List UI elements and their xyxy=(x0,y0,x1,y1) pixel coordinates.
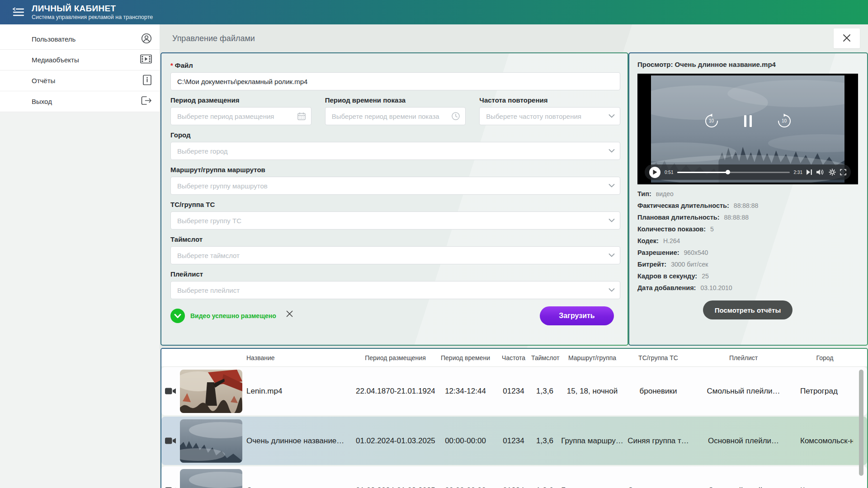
route-select[interactable] xyxy=(170,177,620,195)
table-row[interactable]: Очень длинное название… 01.02.2024-01.03… xyxy=(161,466,867,488)
timeslot-label: Таймслот xyxy=(170,235,620,243)
city-block: Город xyxy=(170,131,620,160)
clock-icon[interactable] xyxy=(451,112,460,121)
skip-back-10-button[interactable]: 10 xyxy=(704,113,719,129)
close-button[interactable] xyxy=(834,28,860,48)
sidebar-item-exit[interactable]: Выход xyxy=(0,91,160,112)
col-time: Период времени xyxy=(435,354,496,361)
meta-label: Разрешение: xyxy=(637,249,679,256)
thumbnail-forest xyxy=(179,419,243,463)
view-reports-button[interactable]: Посмотреть отчёты xyxy=(703,300,793,319)
seek-handle[interactable] xyxy=(726,170,730,174)
placement-period-input[interactable] xyxy=(170,107,311,125)
sidebar-item-reports[interactable]: Отчёты xyxy=(0,70,160,91)
sidebar-item-user[interactable]: Пользователь xyxy=(0,29,160,50)
seek-bar-fill xyxy=(677,172,728,173)
show-time-block: Период времени показа xyxy=(325,96,466,125)
meta-label: Кодек: xyxy=(637,237,659,244)
cell-time: 12:34-12:44 xyxy=(435,387,496,396)
skip-forward-10-label: 10 xyxy=(777,118,792,123)
meta-value: видео xyxy=(656,190,674,197)
chevron-down-icon xyxy=(609,184,615,188)
cell-vehicle: Синяя группа т… xyxy=(626,436,690,446)
file-label: *Файл xyxy=(170,61,620,69)
vehicle-label: ТС/группа ТС xyxy=(170,201,620,208)
col-route: Маршрут/группа xyxy=(558,354,626,361)
sidebar-item-media[interactable]: Медиаобъекты xyxy=(0,50,160,70)
next-track-icon[interactable] xyxy=(807,169,812,175)
col-timeslot: Таймслот xyxy=(531,354,558,361)
success-check-icon xyxy=(170,309,185,323)
sidebar-item-exit-label: Выход xyxy=(32,98,52,105)
meta-label: Битрейт: xyxy=(637,261,666,268)
app-subtitle: Система управления рекламой на транспорт… xyxy=(32,14,153,21)
menu-fold-icon[interactable] xyxy=(12,7,24,18)
report-file-icon xyxy=(142,75,152,87)
media-table-panel: Название Период размещения Период времен… xyxy=(160,348,868,488)
table-row[interactable]: Lenin.mp4 22.04.1870-21.01.1924 12:34-12… xyxy=(161,367,867,415)
sidebar-item-media-label: Медиаобъекты xyxy=(32,56,79,64)
frequency-label: Частота повторения xyxy=(479,96,620,104)
sidebar-item-user-label: Пользователь xyxy=(32,35,75,43)
cell-route: Группа маршру… xyxy=(558,486,626,488)
cell-playlist: Смольный плейли… xyxy=(690,387,797,396)
placement-period-label: Период размещения xyxy=(170,96,311,104)
player-control-bar: 0:51 2:31 xyxy=(645,164,851,180)
main-content: Управление файлами *Файл xyxy=(160,24,868,488)
route-block: Маршрут/группа маршрутов xyxy=(170,166,620,195)
chevron-down-icon xyxy=(609,288,615,292)
skip-back-10-label: 10 xyxy=(704,118,719,123)
col-playlist: Плейлист xyxy=(690,354,797,361)
volume-icon[interactable] xyxy=(816,169,825,175)
skip-forward-10-button[interactable]: 10 xyxy=(777,113,792,129)
meta-value: 3000 бит/сек xyxy=(671,261,708,268)
frequency-block: Частота повторения xyxy=(479,96,620,125)
duration: 2:31 xyxy=(794,170,802,175)
pause-button[interactable] xyxy=(744,115,752,127)
table-row-selected[interactable]: Очень длинное название… 01.02.2024-01.03… xyxy=(161,417,867,465)
cell-placement: 22.04.1870-21.01.1924 xyxy=(356,387,435,396)
timeslot-select[interactable] xyxy=(170,246,620,264)
cell-timeslot: 1,3,6 xyxy=(531,436,558,446)
success-message: Видео успешно размещено xyxy=(190,312,276,319)
upload-button[interactable]: Загрузить xyxy=(540,306,614,325)
required-asterisk: * xyxy=(170,61,173,69)
app-window: ЛИЧНЫЙ КАБИНЕТ Система управления реклам… xyxy=(0,0,868,488)
col-city: Город xyxy=(797,354,853,361)
seek-bar[interactable] xyxy=(677,172,789,173)
chevron-down-icon xyxy=(609,219,615,223)
cell-route: Группа маршру… xyxy=(558,436,626,446)
settings-gear-icon[interactable] xyxy=(829,169,836,176)
city-select[interactable] xyxy=(170,142,620,160)
cell-playlist: Основной плейли… xyxy=(690,436,797,446)
meta-value: 25 xyxy=(702,272,709,280)
toast-close-icon[interactable] xyxy=(286,310,293,322)
content-header: Управление файлами xyxy=(160,24,868,52)
file-input[interactable] xyxy=(170,72,620,90)
calendar-icon[interactable] xyxy=(297,112,306,121)
meta-value: 88:88:88 xyxy=(724,214,749,221)
frequency-select[interactable] xyxy=(479,107,620,125)
thumbnail-forest xyxy=(179,469,243,488)
col-placement: Период размещения xyxy=(356,354,435,361)
show-time-input[interactable] xyxy=(325,107,466,125)
videocam-icon xyxy=(161,387,179,395)
meta-label: Плановая длительность: xyxy=(637,214,720,221)
user-icon xyxy=(141,33,152,46)
table-scrollbar[interactable] xyxy=(859,370,863,476)
vehicle-block: ТС/группа ТС xyxy=(170,201,620,230)
media-film-icon xyxy=(140,54,152,66)
vehicle-select[interactable] xyxy=(170,211,620,230)
meta-label: Количество показов: xyxy=(637,225,706,233)
player-center-controls: 10 10 xyxy=(637,113,858,129)
cell-vehicle: броневики xyxy=(626,387,690,396)
cell-timeslot: 1,3,6 xyxy=(531,387,558,396)
current-time: 0:51 xyxy=(665,170,673,175)
cell-placement: 01.02.2024-01.03.2025 xyxy=(356,486,435,488)
top-bar: ЛИЧНЫЙ КАБИНЕТ Система управления реклам… xyxy=(0,0,868,24)
playlist-select[interactable] xyxy=(170,281,620,299)
play-button[interactable] xyxy=(649,167,660,178)
city-label: Город xyxy=(170,131,620,139)
fullscreen-icon[interactable] xyxy=(840,169,846,175)
cell-name: Очень длинное название… xyxy=(243,486,356,488)
